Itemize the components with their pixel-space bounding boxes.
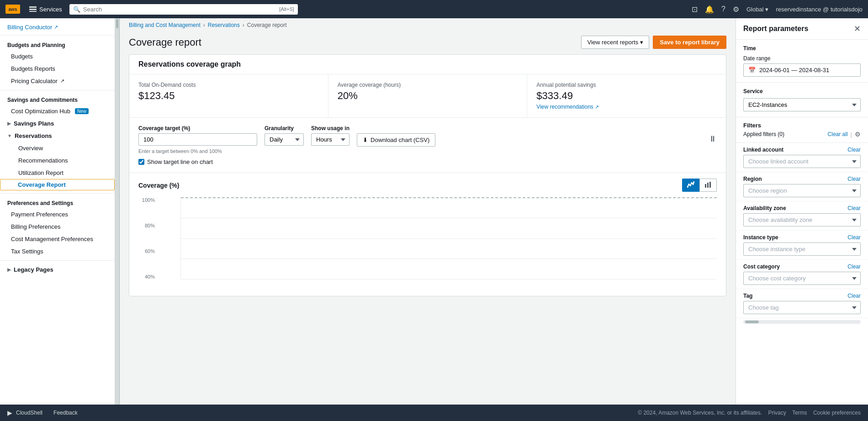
- sidebar-item-reservations[interactable]: ▼ Reservations: [0, 130, 115, 142]
- sidebar-item-recommendations[interactable]: Recommendations: [0, 154, 115, 167]
- view-recent-reports-button[interactable]: View recent reports ▾: [581, 36, 649, 49]
- instance-type-select[interactable]: Choose instance type: [743, 242, 861, 256]
- notification-bell-icon[interactable]: 🔔: [705, 5, 714, 14]
- close-panel-button[interactable]: ✕: [854, 24, 861, 34]
- terms-link[interactable]: Terms: [792, 410, 807, 416]
- instance-type-label: Instance type: [743, 234, 778, 241]
- cloudshell-icon: ▶: [7, 409, 12, 416]
- y-label-60: 60%: [138, 248, 155, 254]
- cost-category-select[interactable]: Choose cost category: [743, 272, 861, 285]
- line-chart-icon: [687, 182, 694, 189]
- tag-clear[interactable]: Clear: [847, 293, 861, 299]
- region-select[interactable]: Choose region: [743, 184, 861, 197]
- sidebar-item-budgets-reports[interactable]: Budgets Reports: [0, 63, 115, 75]
- sidebar-item-cost-optimization[interactable]: Cost Optimization Hub New: [0, 105, 115, 117]
- right-panel-title: Report parameters: [743, 25, 808, 33]
- right-panel-header: Report parameters ✕: [736, 18, 868, 40]
- chart-y-axis: 100% 80% 60% 40%: [138, 197, 159, 289]
- card-title: Reservations coverage graph: [138, 60, 241, 68]
- panel-toggle-button[interactable]: ⏸: [709, 134, 717, 144]
- sidebar-item-pricing-calculator[interactable]: Pricing Calculator ↗: [0, 75, 115, 87]
- svg-rect-8: [709, 182, 711, 188]
- cookie-preferences-link[interactable]: Cookie preferences: [813, 410, 861, 416]
- billing-conductor-link[interactable]: Billing Conductor ↗: [0, 20, 115, 32]
- breadcrumb: Billing and Cost Management › Reservatio…: [120, 18, 736, 32]
- breadcrumb-reservations[interactable]: Reservations: [208, 22, 240, 28]
- breadcrumb-sep-2: ›: [243, 22, 244, 28]
- date-range-picker[interactable]: 📅 2024-06-01 — 2024-08-31: [743, 63, 861, 77]
- clear-all-link[interactable]: Clear all: [828, 131, 848, 137]
- services-label: Services: [39, 6, 62, 13]
- expand-legacy-icon: ▶: [7, 267, 11, 272]
- stat-label-on-demand: Total On-Demand costs: [138, 82, 319, 88]
- az-select[interactable]: Choose availability zone: [743, 213, 861, 226]
- line-chart-toggle[interactable]: [682, 179, 699, 192]
- filters-applied-count: Applied filters (0): [743, 131, 784, 137]
- availability-zone-filter: Availability zone Clear Choose availabil…: [736, 201, 868, 231]
- y-label-80: 80%: [138, 223, 155, 228]
- search-bar[interactable]: 🔍 [Alt+S]: [69, 4, 298, 15]
- feedback-label[interactable]: Feedback: [53, 410, 78, 416]
- filter-settings-icon[interactable]: ⚙: [855, 131, 861, 138]
- tag-select-wrapper: Choose tag: [743, 301, 861, 314]
- aws-logo: aws: [5, 5, 20, 14]
- show-usage-label: Show usage in: [311, 125, 349, 132]
- settings-icon[interactable]: ⚙: [733, 5, 739, 14]
- coverage-target-hint: Enter a target between 0% and 100%: [138, 148, 257, 154]
- show-usage-group: Show usage in Hours Cost: [311, 125, 349, 146]
- sidebar-item-legacy-pages[interactable]: ▶ Legacy Pages: [0, 263, 115, 276]
- show-target-line-label: Show target line on chart: [147, 158, 213, 165]
- chart-grid-80: [181, 218, 717, 218]
- sidebar-item-utilization-report[interactable]: Utilization Report: [0, 167, 115, 179]
- sidebar-item-savings-plans[interactable]: ▶ Savings Plans: [0, 117, 115, 130]
- region-selector[interactable]: Global ▾: [746, 6, 769, 13]
- cost-category-filter: Cost category Clear Choose cost category…: [736, 260, 868, 289]
- tag-select[interactable]: Choose tag: [743, 301, 861, 314]
- sidebar-item-overview[interactable]: Overview: [0, 142, 115, 154]
- show-target-line-checkbox[interactable]: [138, 159, 144, 165]
- view-recommendations-link[interactable]: View recommendations ↗: [536, 104, 717, 110]
- download-csv-button[interactable]: ⬇ Download chart (CSV): [357, 133, 435, 147]
- cloudshell-label: CloudShell: [16, 410, 42, 416]
- coverage-target-input[interactable]: [138, 133, 257, 146]
- sidebar-item-cost-management-preferences[interactable]: Cost Management Preferences: [0, 233, 115, 245]
- linked-account-select[interactable]: Choose linked account: [743, 155, 861, 168]
- download-icon: ⬇: [363, 137, 368, 143]
- granularity-select[interactable]: Daily Monthly: [265, 133, 304, 146]
- cost-category-select-wrapper: Choose cost category: [743, 272, 861, 285]
- svg-point-4: [692, 183, 694, 185]
- cost-category-clear[interactable]: Clear: [847, 263, 861, 270]
- service-select-wrapper: EC2-Instances: [743, 98, 861, 111]
- filter-item-header-region: Region Clear: [743, 176, 861, 182]
- bar-chart-toggle[interactable]: [699, 179, 717, 192]
- instance-type-clear[interactable]: Clear: [847, 234, 861, 241]
- save-to-library-button[interactable]: Save to report library: [653, 36, 726, 49]
- time-section-title: Time: [743, 45, 861, 52]
- privacy-link[interactable]: Privacy: [768, 410, 786, 416]
- linked-account-clear[interactable]: Clear: [847, 147, 861, 153]
- search-input[interactable]: [83, 6, 276, 13]
- sidebar-item-payment-preferences[interactable]: Payment Preferences: [0, 208, 115, 221]
- cloudshell-button[interactable]: ▶ CloudShell Feedback: [7, 409, 78, 416]
- cloud-monitor-icon[interactable]: ⊡: [692, 5, 698, 14]
- sidebar-item-billing-preferences[interactable]: Billing Preferences: [0, 221, 115, 233]
- sidebar-item-budgets[interactable]: Budgets: [0, 50, 115, 63]
- filters-title: Filters: [743, 122, 861, 129]
- breadcrumb-current: Coverage report: [247, 22, 287, 28]
- sidebar-item-coverage-report[interactable]: Coverage Report: [0, 179, 115, 190]
- service-select[interactable]: EC2-Instances: [743, 98, 861, 111]
- user-menu[interactable]: reservedinstance @ tutorialsdojo: [776, 6, 863, 13]
- breadcrumb-billing[interactable]: Billing and Cost Management: [129, 22, 201, 28]
- right-panel: Report parameters ✕ Time Date range 📅 20…: [736, 18, 868, 405]
- time-section: Time Date range 📅 2024-06-01 — 2024-08-3…: [736, 40, 868, 83]
- linked-account-label: Linked account: [743, 147, 783, 153]
- az-clear[interactable]: Clear: [847, 205, 861, 211]
- sidebar-item-tax-settings[interactable]: Tax Settings: [0, 245, 115, 258]
- services-menu[interactable]: Services: [26, 4, 66, 15]
- show-usage-select[interactable]: Hours Cost: [311, 133, 349, 146]
- filter-item-header-instance-type: Instance type Clear: [743, 234, 861, 241]
- budgets-section-title: Budgets and Planning: [0, 38, 115, 50]
- help-icon[interactable]: ?: [721, 5, 725, 13]
- region-clear[interactable]: Clear: [847, 176, 861, 182]
- coverage-graph-card: Reservations coverage graph Total On-Dem…: [129, 54, 726, 296]
